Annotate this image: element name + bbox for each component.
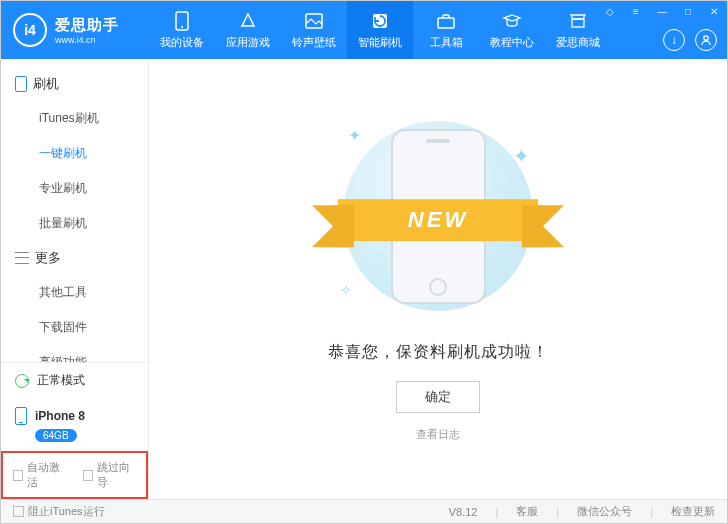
bottom-checks: 自动激活 跳过向导 [1,451,148,499]
brand-url: www.i4.cn [55,35,119,45]
support-link[interactable]: 客服 [516,504,538,519]
sidebar-item-other-tools[interactable]: 其他工具 [1,275,148,310]
wechat-link[interactable]: 微信公众号 [577,504,632,519]
nav-label: 智能刷机 [358,35,402,50]
separator: | [650,506,653,518]
minimize-button[interactable]: — [649,1,675,21]
brand-name: 爱思助手 [55,16,119,35]
device-icon [172,11,192,31]
nav-my-device[interactable]: 我的设备 [149,1,215,59]
menu-button[interactable]: ≡ [623,1,649,21]
toolbox-icon [436,11,456,31]
download-icon[interactable]: ↓ [663,29,685,51]
nav-label: 工具箱 [430,35,463,50]
flash-icon [370,11,390,31]
nav-toolbox[interactable]: 工具箱 [413,1,479,59]
nav-ringtones[interactable]: 铃声壁纸 [281,1,347,59]
section-title-text: 刷机 [33,75,59,93]
mode-row[interactable]: 正常模式 [1,363,148,398]
section-title-text: 更多 [35,249,61,267]
phone-icon [15,407,27,425]
sidebar-scroll: 刷机 iTunes刷机 一键刷机 专业刷机 批量刷机 更多 其他工具 下载固件 … [1,59,148,362]
new-ribbon: NEW [338,199,538,241]
main-content: ✦ ✦ ✧ NEW 恭喜您，保资料刷机成功啦！ 确定 查看日志 [149,59,727,499]
logo-text: 爱思助手 www.i4.cn [55,16,119,45]
nav-label: 教程中心 [490,35,534,50]
sidebar-bottom: 正常模式 iPhone 8 64GB 自动激活 跳过向导 [1,362,148,499]
status-bar: 阻止iTunes运行 V8.12 | 客服 | 微信公众号 | 检查更新 [1,499,727,523]
top-nav: 我的设备 应用游戏 铃声壁纸 智能刷机 工具箱 教程中心 爱思商城 [149,1,611,59]
svg-rect-5 [572,19,584,27]
sidebar-section-more: 更多 [1,241,148,275]
list-icon [15,252,29,264]
auto-activate-checkbox[interactable]: 自动激活 [13,460,67,490]
skin-button[interactable]: ◇ [597,1,623,21]
separator: | [556,506,559,518]
nav-label: 我的设备 [160,35,204,50]
sidebar-item-advanced[interactable]: 高级功能 [1,345,148,362]
skip-wizard-checkbox[interactable]: 跳过向导 [83,460,137,490]
app-header: i4 爱思助手 www.i4.cn 我的设备 应用游戏 铃声壁纸 智能刷机 工具… [1,1,727,59]
sparkle-icon: ✦ [513,144,530,168]
version-label: V8.12 [449,506,478,518]
tutorial-icon [502,11,522,31]
success-illustration: ✦ ✦ ✧ NEW [328,116,548,316]
sidebar-item-download-fw[interactable]: 下载固件 [1,310,148,345]
svg-point-6 [704,36,708,40]
nav-apps[interactable]: 应用游戏 [215,1,281,59]
sidebar-item-pro-flash[interactable]: 专业刷机 [1,171,148,206]
device-row[interactable]: iPhone 8 64GB [1,398,148,451]
apps-icon [238,11,258,31]
sidebar-item-batch-flash[interactable]: 批量刷机 [1,206,148,241]
header-right-icons: ↓ [663,29,717,51]
mode-label: 正常模式 [37,372,85,389]
phone-outline-icon [15,76,27,92]
svg-point-1 [181,26,183,28]
view-log-link[interactable]: 查看日志 [416,427,460,442]
device-name: iPhone 8 [35,409,85,423]
wallpaper-icon [304,11,324,31]
svg-rect-4 [438,18,454,28]
nav-label: 应用游戏 [226,35,270,50]
logo-area: i4 爱思助手 www.i4.cn [1,13,149,47]
maximize-button[interactable]: □ [675,1,701,21]
store-icon [568,11,588,31]
sidebar: 刷机 iTunes刷机 一键刷机 专业刷机 批量刷机 更多 其他工具 下载固件 … [1,59,149,499]
logo-icon: i4 [13,13,47,47]
sidebar-item-itunes-flash[interactable]: iTunes刷机 [1,101,148,136]
footer-right: V8.12 | 客服 | 微信公众号 | 检查更新 [449,504,715,519]
block-itunes-checkbox[interactable]: 阻止iTunes运行 [13,504,105,519]
window-controls: ◇ ≡ — □ ✕ [597,1,727,21]
storage-badge: 64GB [35,429,77,442]
sparkle-icon: ✦ [348,126,361,145]
check-label: 自动激活 [27,460,66,490]
check-label: 阻止iTunes运行 [28,504,105,519]
separator: | [495,506,498,518]
nav-label: 爱思商城 [556,35,600,50]
ribbon-text: NEW [338,199,538,241]
sidebar-item-onekey-flash[interactable]: 一键刷机 [1,136,148,171]
refresh-icon [15,374,29,388]
check-label: 跳过向导 [97,460,136,490]
sidebar-section-flash: 刷机 [1,67,148,101]
check-update-link[interactable]: 检查更新 [671,504,715,519]
sparkle-icon: ✧ [340,282,352,298]
nav-tutorials[interactable]: 教程中心 [479,1,545,59]
close-button[interactable]: ✕ [701,1,727,21]
nav-label: 铃声壁纸 [292,35,336,50]
user-icon[interactable] [695,29,717,51]
ok-button[interactable]: 确定 [396,381,480,413]
app-body: 刷机 iTunes刷机 一键刷机 专业刷机 批量刷机 更多 其他工具 下载固件 … [1,59,727,499]
nav-flash[interactable]: 智能刷机 [347,1,413,59]
success-message: 恭喜您，保资料刷机成功啦！ [328,342,549,363]
